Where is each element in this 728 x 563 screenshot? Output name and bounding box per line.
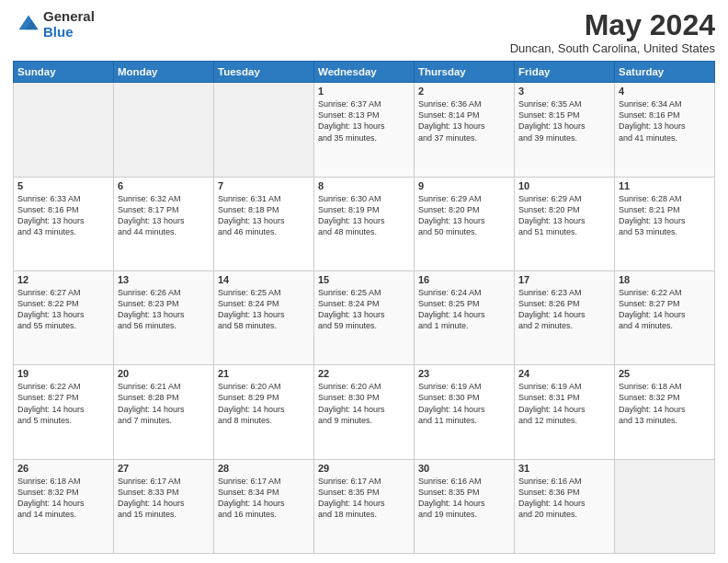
day-info: Sunrise: 6:20 AM Sunset: 8:30 PM Dayligh…: [318, 381, 410, 426]
calendar-day-cell: 15Sunrise: 6:25 AM Sunset: 8:24 PM Dayli…: [314, 270, 415, 364]
day-number: 15: [318, 274, 410, 285]
day-info: Sunrise: 6:23 AM Sunset: 8:26 PM Dayligh…: [518, 287, 610, 332]
calendar-day-cell: 31Sunrise: 6:16 AM Sunset: 8:36 PM Dayli…: [515, 459, 615, 553]
calendar-day-cell: 14Sunrise: 6:25 AM Sunset: 8:24 PM Dayli…: [214, 270, 314, 364]
calendar-week-row: 12Sunrise: 6:27 AM Sunset: 8:22 PM Dayli…: [14, 270, 715, 364]
col-thursday: Thursday: [415, 62, 515, 83]
logo-general-label: General: [43, 9, 95, 25]
logo: General Blue: [13, 9, 95, 40]
calendar-day-cell: 27Sunrise: 6:17 AM Sunset: 8:33 PM Dayli…: [114, 459, 214, 553]
day-number: 16: [418, 274, 510, 285]
day-number: 10: [518, 180, 610, 191]
calendar-body: 1Sunrise: 6:37 AM Sunset: 8:13 PM Daylig…: [14, 83, 715, 554]
day-number: 27: [118, 463, 210, 474]
day-number: 11: [619, 180, 711, 191]
day-info: Sunrise: 6:26 AM Sunset: 8:23 PM Dayligh…: [118, 287, 210, 332]
calendar-day-cell: 21Sunrise: 6:20 AM Sunset: 8:29 PM Dayli…: [214, 365, 314, 459]
day-info: Sunrise: 6:18 AM Sunset: 8:32 PM Dayligh…: [619, 381, 711, 426]
header-right: May 2024 Duncan, South Carolina, United …: [510, 9, 715, 55]
day-number: 28: [218, 463, 310, 474]
day-info: Sunrise: 6:29 AM Sunset: 8:20 PM Dayligh…: [418, 193, 510, 238]
day-number: 26: [17, 463, 109, 474]
day-info: Sunrise: 6:18 AM Sunset: 8:32 PM Dayligh…: [17, 476, 109, 521]
calendar-day-cell: 18Sunrise: 6:22 AM Sunset: 8:27 PM Dayli…: [615, 270, 715, 364]
calendar-day-cell: 5Sunrise: 6:33 AM Sunset: 8:16 PM Daylig…: [14, 177, 114, 270]
day-number: 25: [619, 368, 711, 379]
day-number: 8: [318, 180, 410, 191]
calendar-day-cell: 10Sunrise: 6:29 AM Sunset: 8:20 PM Dayli…: [515, 177, 615, 270]
col-wednesday: Wednesday: [314, 62, 415, 83]
col-sunday: Sunday: [14, 62, 114, 83]
col-tuesday: Tuesday: [214, 62, 314, 83]
day-info: Sunrise: 6:30 AM Sunset: 8:19 PM Dayligh…: [318, 193, 410, 238]
day-info: Sunrise: 6:35 AM Sunset: 8:15 PM Dayligh…: [518, 98, 610, 144]
calendar-day-cell: 11Sunrise: 6:28 AM Sunset: 8:21 PM Dayli…: [615, 177, 715, 270]
day-info: Sunrise: 6:34 AM Sunset: 8:16 PM Dayligh…: [619, 98, 711, 144]
col-saturday: Saturday: [615, 62, 715, 83]
calendar-day-cell: 13Sunrise: 6:26 AM Sunset: 8:23 PM Dayli…: [114, 270, 214, 364]
day-number: 20: [118, 368, 210, 379]
calendar-day-cell: 20Sunrise: 6:21 AM Sunset: 8:28 PM Dayli…: [114, 365, 214, 459]
calendar-day-cell: 12Sunrise: 6:27 AM Sunset: 8:22 PM Dayli…: [14, 270, 114, 364]
day-info: Sunrise: 6:17 AM Sunset: 8:35 PM Dayligh…: [318, 476, 410, 521]
day-number: 18: [619, 274, 711, 285]
calendar-day-cell: 17Sunrise: 6:23 AM Sunset: 8:26 PM Dayli…: [515, 270, 615, 364]
logo-blue-label: Blue: [43, 25, 95, 40]
day-info: Sunrise: 6:22 AM Sunset: 8:27 PM Dayligh…: [17, 381, 109, 426]
day-number: 9: [418, 180, 510, 191]
day-info: Sunrise: 6:37 AM Sunset: 8:13 PM Dayligh…: [318, 98, 410, 144]
day-info: Sunrise: 6:25 AM Sunset: 8:24 PM Dayligh…: [218, 287, 310, 332]
day-number: 19: [17, 368, 109, 379]
day-info: Sunrise: 6:31 AM Sunset: 8:18 PM Dayligh…: [218, 193, 310, 238]
day-info: Sunrise: 6:16 AM Sunset: 8:36 PM Dayligh…: [518, 476, 610, 521]
day-info: Sunrise: 6:19 AM Sunset: 8:31 PM Dayligh…: [518, 381, 610, 426]
calendar-week-row: 19Sunrise: 6:22 AM Sunset: 8:27 PM Dayli…: [14, 365, 715, 459]
day-number: 4: [619, 86, 711, 97]
day-info: Sunrise: 6:20 AM Sunset: 8:29 PM Dayligh…: [218, 381, 310, 426]
calendar-day-cell: 2Sunrise: 6:36 AM Sunset: 8:14 PM Daylig…: [415, 83, 515, 177]
day-number: 3: [518, 86, 610, 97]
day-number: 22: [318, 368, 410, 379]
day-number: 17: [518, 274, 610, 285]
calendar-day-cell: [114, 83, 214, 177]
calendar-table: Sunday Monday Tuesday Wednesday Thursday…: [13, 61, 715, 554]
calendar-day-cell: 19Sunrise: 6:22 AM Sunset: 8:27 PM Dayli…: [14, 365, 114, 459]
day-number: 5: [17, 180, 109, 191]
day-info: Sunrise: 6:21 AM Sunset: 8:28 PM Dayligh…: [118, 381, 210, 426]
day-info: Sunrise: 6:16 AM Sunset: 8:35 PM Dayligh…: [418, 476, 510, 521]
calendar-day-cell: 9Sunrise: 6:29 AM Sunset: 8:20 PM Daylig…: [415, 177, 515, 270]
day-number: 6: [118, 180, 210, 191]
day-number: 14: [218, 274, 310, 285]
col-monday: Monday: [114, 62, 214, 83]
col-friday: Friday: [515, 62, 615, 83]
day-number: 13: [118, 274, 210, 285]
day-number: 21: [218, 368, 310, 379]
calendar-day-cell: 28Sunrise: 6:17 AM Sunset: 8:34 PM Dayli…: [214, 459, 314, 553]
calendar-day-cell: 3Sunrise: 6:35 AM Sunset: 8:15 PM Daylig…: [515, 83, 615, 177]
day-info: Sunrise: 6:25 AM Sunset: 8:24 PM Dayligh…: [318, 287, 410, 332]
day-number: 1: [318, 86, 410, 97]
day-number: 7: [218, 180, 310, 191]
calendar-day-cell: 30Sunrise: 6:16 AM Sunset: 8:35 PM Dayli…: [415, 459, 515, 553]
calendar-day-cell: 23Sunrise: 6:19 AM Sunset: 8:30 PM Dayli…: [415, 365, 515, 459]
logo-text: General Blue: [43, 9, 95, 40]
calendar-day-cell: 22Sunrise: 6:20 AM Sunset: 8:30 PM Dayli…: [314, 365, 415, 459]
calendar-day-cell: 6Sunrise: 6:32 AM Sunset: 8:17 PM Daylig…: [114, 177, 214, 270]
logo-icon: [16, 12, 41, 38]
day-number: 24: [518, 368, 610, 379]
calendar-week-row: 5Sunrise: 6:33 AM Sunset: 8:16 PM Daylig…: [14, 177, 715, 270]
day-info: Sunrise: 6:32 AM Sunset: 8:17 PM Dayligh…: [118, 193, 210, 238]
calendar-day-cell: 8Sunrise: 6:30 AM Sunset: 8:19 PM Daylig…: [314, 177, 415, 270]
calendar-day-cell: 24Sunrise: 6:19 AM Sunset: 8:31 PM Dayli…: [515, 365, 615, 459]
day-info: Sunrise: 6:27 AM Sunset: 8:22 PM Dayligh…: [17, 287, 109, 332]
day-number: 31: [518, 463, 610, 474]
calendar-header-row: Sunday Monday Tuesday Wednesday Thursday…: [14, 62, 715, 83]
calendar-day-cell: [14, 83, 114, 177]
day-info: Sunrise: 6:17 AM Sunset: 8:34 PM Dayligh…: [218, 476, 310, 521]
header: General Blue May 2024 Duncan, South Caro…: [13, 9, 715, 55]
day-number: 12: [17, 274, 109, 285]
day-number: 30: [418, 463, 510, 474]
day-number: 2: [418, 86, 510, 97]
day-info: Sunrise: 6:17 AM Sunset: 8:33 PM Dayligh…: [118, 476, 210, 521]
day-info: Sunrise: 6:22 AM Sunset: 8:27 PM Dayligh…: [619, 287, 711, 332]
